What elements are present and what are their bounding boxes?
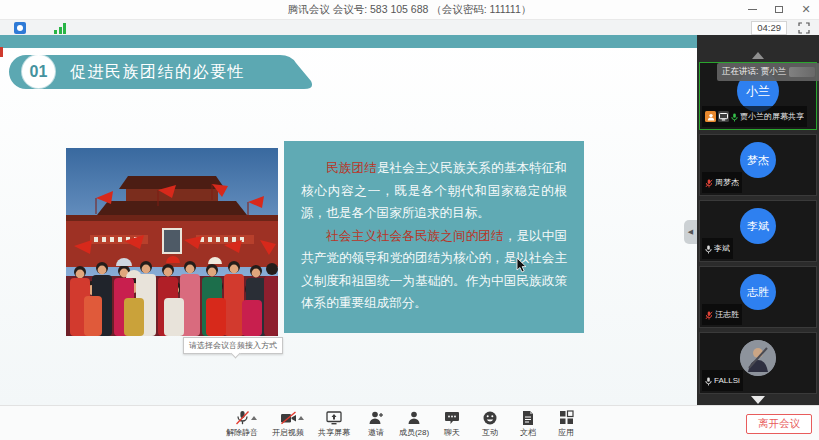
mic-on-icon [705,240,712,258]
slide-text-box: 民族团结是社会主义民族关系的基本特征和核心内容之一，既是各个朝代和国家稳定的根源… [284,141,584,333]
participant-name: FALLSi [714,376,740,385]
speaking-indicator: 正在讲话: 贾小兰 [717,63,819,81]
window-controls: ✕ [745,0,813,19]
camera-off-icon [280,409,297,426]
participant-label: 周梦杰 [702,172,742,193]
title-bar: 腾讯会议 会议号: 583 105 688 （会议密码: 111111） ✕ [0,0,819,19]
status-bar: 04:29 [0,19,819,35]
participant-label: FALLSi [702,370,743,391]
slide-paragraph-2: 社会主义社会各民族之间的团结，是以中国共产党的领导和党的团结为核心的，是以社会主… [301,225,567,315]
mic-muted-icon [705,174,713,192]
document-icon [521,409,535,426]
highlight-text-2: 社会主义社会各民族之间的团结 [326,229,504,243]
shared-screen: 01 促进民族团结的必要性 [0,35,697,405]
invite-person-icon [368,409,384,426]
participant-name: 李斌 [714,243,730,254]
participant-name: 汪志胜 [715,309,739,320]
slide-red-accent [0,47,3,57]
slide-photo [66,148,278,336]
docs-button[interactable]: 文档 [509,409,547,438]
maximize-button[interactable] [772,3,786,17]
share-screen-icon [326,409,342,426]
slide-top-strip [0,35,697,48]
meeting-timer: 04:29 [751,21,787,35]
mic-muted-icon [705,306,713,324]
slide-section-title: 促进民族团结的必要性 [70,62,245,83]
participants-sidebar: 小兰 贾小兰的屏幕共享 正在讲话: 贾小兰 梦杰 [697,35,819,405]
mic-on-icon [705,372,712,390]
participant-label: 汪志胜 [702,304,742,325]
avatar: 志胜 [740,274,776,310]
avatar-photo [740,340,776,376]
fullscreen-icon[interactable] [798,22,810,34]
start-video-button[interactable]: 开启视频 [265,409,311,438]
tencent-meeting-window: 腾讯会议 会议号: 583 105 688 （会议密码: 111111） ✕ 0… [0,0,819,440]
participant-label: 贾小兰的屏幕共享 [702,106,807,127]
participant-label: 李斌 [702,238,733,259]
participant-tile-libin[interactable]: 李斌 李斌 [699,200,817,262]
apps-grid-icon [559,409,574,426]
avatar: 梦杰 [740,142,776,178]
sidebar-collapse-handle[interactable]: ◀ [684,220,697,244]
control-bar: 解除静音 开启视频 共享屏幕 邀请 [0,405,819,440]
smiley-icon [482,409,498,426]
participant-tile-zhisheng[interactable]: 志胜 汪志胜 [699,266,817,328]
highlight-text-1: 民族团结 [326,161,377,175]
members-button[interactable]: 成员(28) [395,409,433,438]
meeting-info-icon[interactable] [14,22,26,34]
participant-name: 贾小兰的屏幕共享 [740,111,804,122]
participant-tile-mengjie[interactable]: 梦杰 周梦杰 [699,134,817,196]
microphone-muted-icon [235,409,250,426]
window-title: 腾讯会议 会议号: 583 105 688 （会议密码: 111111） [0,3,819,17]
slide-paragraph-1: 民族团结是社会主义民族关系的基本特征和核心内容之一，既是各个朝代和国家稳定的根源… [301,157,567,225]
participant-name: 周梦杰 [715,177,739,188]
minimize-button[interactable] [745,3,759,17]
close-button[interactable]: ✕ [799,3,813,17]
host-badge-icon [705,111,716,122]
chevron-up-icon[interactable] [251,416,257,420]
chat-bubble-icon [444,409,460,426]
avatar: 李斌 [740,208,776,244]
mouse-cursor [516,257,527,273]
chevron-up-icon[interactable] [298,416,304,420]
chat-button[interactable]: 聊天 [433,409,471,438]
participant-tile-falls[interactable]: FALLSi [699,332,817,394]
audio-mode-tooltip: 请选择会议音频接入方式 [183,337,283,354]
scroll-down-arrow-icon[interactable] [751,396,765,404]
network-signal-icon[interactable] [54,22,70,34]
leave-meeting-button[interactable]: 离开会议 [746,414,812,434]
reactions-button[interactable]: 互动 [471,409,509,438]
members-icon [406,409,422,426]
screen-share-icon [718,111,729,122]
apps-button[interactable]: 应用 [547,409,585,438]
invite-button[interactable]: 邀请 [357,409,395,438]
section-number-badge: 01 [22,55,55,88]
scroll-up-arrow-icon[interactable] [752,52,764,59]
toolbar: 解除静音 开启视频 共享屏幕 邀请 [219,409,585,438]
mic-on-icon [731,108,738,126]
share-screen-button[interactable]: 共享屏幕 [311,409,357,438]
blurred-name [789,67,815,77]
unmute-button[interactable]: 解除静音 [219,409,265,438]
